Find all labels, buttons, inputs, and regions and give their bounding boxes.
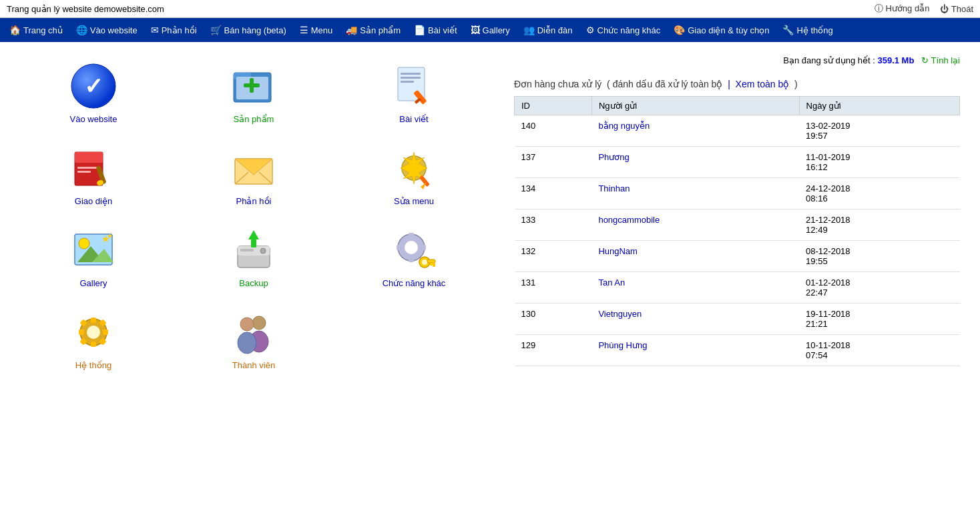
svg-rect-51 bbox=[433, 263, 435, 267]
order-sender[interactable]: hongcammobile bbox=[591, 209, 799, 241]
table-row[interactable]: 137Phương11-01-2019 16:12 bbox=[515, 147, 960, 178]
home-icon: 🏠 bbox=[9, 25, 21, 35]
nav-visit[interactable]: 🌐 Vào website bbox=[69, 18, 144, 42]
order-id: 131 bbox=[515, 272, 592, 304]
nav-system-label: Hệ thống bbox=[796, 25, 832, 35]
order-sender[interactable]: Thinhan bbox=[591, 178, 799, 209]
nav-products[interactable]: 🚚 Sản phẩm bbox=[339, 18, 407, 42]
svg-rect-16 bbox=[77, 167, 97, 169]
design-grid-icon bbox=[69, 144, 117, 192]
order-sender[interactable]: HungNam bbox=[591, 241, 799, 272]
order-id: 132 bbox=[515, 241, 592, 272]
grid-item-features[interactable]: Chức năng khác bbox=[347, 226, 481, 288]
fix-menu-icon bbox=[390, 144, 438, 192]
nav-home[interactable]: 🏠 Trang chủ bbox=[3, 18, 69, 42]
svg-rect-45 bbox=[409, 257, 414, 262]
nav-functions[interactable]: ⚙ Chức năng khác bbox=[579, 18, 668, 42]
truck-icon: 🚚 bbox=[346, 25, 357, 35]
grid-item-backup[interactable]: Backup bbox=[187, 226, 320, 288]
order-date: 13-02-2019 19:57 bbox=[799, 115, 959, 147]
products-label: Sản phẩm bbox=[234, 114, 274, 124]
system-grid-icon bbox=[69, 308, 117, 356]
articles-label: Bài viết bbox=[399, 114, 428, 124]
members-label: Thành viên bbox=[232, 360, 275, 370]
table-row[interactable]: 132HungNam08-12-2018 19:55 bbox=[515, 241, 960, 272]
system-nav-icon: 🔧 bbox=[782, 25, 794, 35]
svg-marker-40 bbox=[248, 230, 259, 239]
refresh-link[interactable]: Tính lại bbox=[931, 55, 960, 65]
logout-link[interactable]: ⏻ Thoát bbox=[940, 4, 973, 14]
svg-point-65 bbox=[240, 318, 254, 331]
feedback-label: Phản hồi bbox=[236, 196, 272, 206]
table-row[interactable]: 134Thinhan24-12-2018 08:16 bbox=[515, 178, 960, 209]
gallery-nav-icon: 🖼 bbox=[471, 25, 480, 35]
nav-design[interactable]: 🎨 Giao diện & tùy chọn bbox=[667, 18, 776, 42]
nav-home-label: Trang chủ bbox=[23, 25, 63, 35]
svg-marker-28 bbox=[421, 183, 426, 189]
gallery-label: Gallery bbox=[79, 278, 107, 288]
svg-rect-39 bbox=[240, 249, 254, 251]
nav-forum[interactable]: 👥 Diễn đàn bbox=[517, 18, 579, 42]
logout-label: Thoát bbox=[951, 4, 973, 14]
table-row[interactable]: 130Vietnguyen19-11-2018 21:21 bbox=[515, 304, 960, 335]
table-row[interactable]: 131Tan An01-12-2018 22:47 bbox=[515, 272, 960, 304]
order-sender[interactable]: bằng nguyễn bbox=[591, 115, 799, 147]
orders-section: Đơn hàng chưa xử lý ( đánh dấu đã xử lý … bbox=[514, 79, 960, 366]
svg-rect-41 bbox=[251, 239, 256, 247]
order-sender[interactable]: Phùng Hưng bbox=[591, 335, 799, 366]
nav-bar: 🏠 Trang chủ 🌐 Vào website ✉ Phản hồi 🛒 B… bbox=[0, 18, 980, 42]
svg-rect-15 bbox=[75, 152, 103, 163]
order-sender[interactable]: Tan An bbox=[591, 272, 799, 304]
order-date: 11-01-2019 16:12 bbox=[799, 147, 959, 178]
svg-rect-50 bbox=[427, 260, 435, 263]
order-date: 01-12-2018 22:47 bbox=[799, 272, 959, 304]
order-id: 133 bbox=[515, 209, 592, 241]
order-id: 137 bbox=[515, 147, 592, 178]
grid-item-articles[interactable]: Bài viết bbox=[347, 62, 481, 124]
members-icon bbox=[230, 308, 278, 356]
grid-item-fix-menu[interactable]: Sửa menu bbox=[347, 144, 481, 206]
nav-feedback-label: Phản hồi bbox=[162, 25, 197, 35]
grid-item-design[interactable]: Giao diện bbox=[27, 144, 160, 206]
functions-icon: ⚙ bbox=[586, 25, 595, 35]
order-sender[interactable]: Phương bbox=[591, 147, 799, 178]
guide-label: Hướng dẫn bbox=[885, 3, 929, 13]
icon-grid: ✓ Vào website Sản phẩm bbox=[7, 49, 501, 384]
nav-menu[interactable]: ☰ Menu bbox=[293, 18, 340, 42]
guide-link[interactable]: ⓘ Hướng dẫn bbox=[875, 3, 930, 15]
svg-point-38 bbox=[260, 248, 266, 253]
storage-label: Bạn đang sử dụng hết : bbox=[783, 55, 875, 65]
nav-articles-label: Bài viết bbox=[428, 25, 457, 35]
order-id: 129 bbox=[515, 335, 592, 366]
cart-icon: 🛒 bbox=[210, 25, 222, 35]
orders-subtitle-suffix: ) bbox=[794, 79, 798, 89]
nav-gallery[interactable]: 🖼 Gallery bbox=[464, 18, 517, 42]
col-sender: Người gửi bbox=[591, 97, 799, 115]
svg-rect-58 bbox=[103, 330, 108, 335]
view-all-link[interactable]: Xem toàn bộ bbox=[736, 79, 790, 89]
grid-item-system[interactable]: Hệ thống bbox=[27, 308, 160, 370]
grid-item-visit-website[interactable]: ✓ Vào website bbox=[27, 62, 160, 124]
svg-rect-44 bbox=[409, 233, 414, 238]
nav-articles[interactable]: 📄 Bài viết bbox=[407, 18, 463, 42]
table-row[interactable]: 140bằng nguyễn13-02-2019 19:57 bbox=[515, 115, 960, 147]
nav-shop[interactable]: 🛒 Bán hàng (beta) bbox=[204, 18, 293, 42]
nav-visit-label: Vào website bbox=[90, 25, 138, 35]
grid-item-gallery[interactable]: ★ ★ Gallery bbox=[27, 226, 160, 288]
nav-feedback[interactable]: ✉ Phản hồi bbox=[144, 18, 204, 42]
menu-icon: ☰ bbox=[300, 25, 308, 35]
grid-item-members[interactable]: Thành viên bbox=[187, 308, 320, 370]
globe-icon: 🌐 bbox=[76, 25, 87, 35]
table-row[interactable]: 133hongcammobile21-12-2018 12:49 bbox=[515, 209, 960, 241]
design-icon: 🎨 bbox=[674, 25, 685, 35]
svg-rect-47 bbox=[421, 245, 426, 250]
table-row[interactable]: 129Phùng Hưng10-11-2018 07:54 bbox=[515, 335, 960, 366]
mark-all-link[interactable]: | bbox=[728, 79, 730, 89]
order-date: 10-11-2018 07:54 bbox=[799, 335, 959, 366]
svg-rect-10 bbox=[401, 81, 414, 83]
grid-item-feedback[interactable]: Phản hồi bbox=[187, 144, 320, 206]
svg-rect-17 bbox=[77, 171, 91, 173]
grid-item-products[interactable]: Sản phẩm bbox=[187, 62, 320, 124]
nav-system[interactable]: 🔧 Hệ thống bbox=[776, 18, 839, 42]
order-sender[interactable]: Vietnguyen bbox=[591, 304, 799, 335]
